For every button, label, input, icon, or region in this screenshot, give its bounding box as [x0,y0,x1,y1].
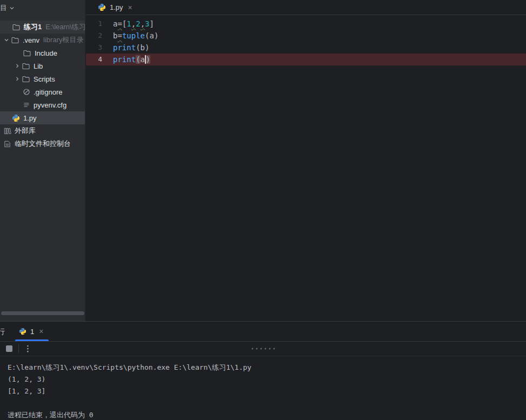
chevron-down-icon[interactable] [9,5,15,11]
run-panel-header: 运行 1 × [0,322,526,341]
tree-item-lib[interactable]: Lib [0,59,85,72]
code-line[interactable]: 3print(b) [86,42,526,54]
tree-item-include[interactable]: Include [0,46,85,59]
run-tab-1[interactable]: 1 × [15,322,49,341]
console-line: E:\learn\练习1\.venv\Scripts\python.exe E:… [8,362,526,374]
console-line: 进程已结束，退出代码为 0 [8,409,526,420]
run-tab-title: 1 [30,328,34,336]
line-number: 1 [86,18,111,30]
code-line[interactable]: 4print(a) [86,54,526,65]
panel-drag-handle-icon[interactable] [251,348,275,350]
tree-item-1py[interactable]: 1.py [0,111,85,124]
tree-item-scripts[interactable]: Scripts [0,72,85,85]
tree-item-path: E:\learn\练习1 [45,22,90,32]
code-text: print(b) [111,42,149,54]
folder-icon [12,23,21,31]
python-file-icon [19,328,26,335]
tree-item-gitignore[interactable]: .gitignore [0,85,85,98]
scratch-console-icon [3,140,11,148]
tree-item-project-root[interactable]: 练习1 E:\learn\练习1 [0,21,85,34]
code-line[interactable]: 1a=[1,2,3] [86,18,526,30]
folder-icon [11,36,19,44]
tree-item-label: 练习1 [24,22,42,32]
project-panel-title: 项目 [0,3,7,13]
more-options-icon[interactable]: ⋮ [24,344,32,354]
folder-icon [22,62,30,70]
line-number: 2 [86,30,111,42]
console-line: (1, 2, 3) [8,374,526,385]
python-file-icon [12,114,20,122]
close-icon[interactable]: × [127,4,134,11]
close-icon[interactable]: × [38,328,44,335]
tree-item-label: 1.py [23,114,37,122]
chevron-down-icon[interactable] [2,37,11,43]
console-line: [1, 2, 3] [8,385,526,397]
gitignore-icon [23,88,30,96]
chevron-right-icon[interactable] [13,76,22,82]
tree-item-label: .gitignore [34,88,62,96]
ide-window: 项目 练习1 E:\learn\练习1 .venv [0,0,526,420]
chevron-right-icon[interactable] [13,63,22,69]
editor-tab-1py[interactable]: 1.py × [91,0,140,15]
tree-item-pyvenv-cfg[interactable]: pyvenv.cfg [0,98,85,111]
run-toolbar: ⋮ [0,341,526,356]
run-panel-title: 运行 [0,327,5,337]
console-output[interactable]: E:\learn\练习1\.venv\Scripts\python.exe E:… [0,356,526,420]
tree-item-hint: library根目录 [43,35,83,45]
editor-tab-bar: 1.py × [86,0,526,15]
code-lines: 1a=[1,2,3]2b=tuple(a)3print(b)4print(a) [86,18,526,65]
project-panel: 项目 练习1 E:\learn\练习1 .venv [0,0,85,321]
code-line[interactable]: 2b=tuple(a) [86,30,526,42]
stop-icon[interactable] [6,345,12,352]
line-number: 3 [86,42,111,54]
toolbar-separator [18,344,19,353]
python-file-icon [98,3,106,11]
tree-item-label: pyvenv.cfg [34,101,66,109]
tree-item-scratches[interactable]: 临时文件和控制台 [0,137,85,150]
library-icon [3,127,11,135]
line-number: 4 [86,54,111,65]
horizontal-scrollbar[interactable] [1,311,84,315]
tree-item-label: 临时文件和控制台 [15,139,71,149]
tree-item-external-libraries[interactable]: 外部库 [0,124,85,137]
config-file-icon [23,101,30,109]
project-panel-header[interactable]: 项目 [0,0,85,16]
tree-item-label: Include [35,49,57,57]
code-text: b=tuple(a) [111,30,158,42]
folder-icon [23,49,31,57]
folder-icon [22,75,30,83]
editor-tab-title: 1.py [110,3,123,11]
code-text: a=[1,2,3] [111,18,154,30]
tree-item-label: 外部库 [15,126,36,136]
tree-item-venv[interactable]: .venv library根目录 [0,34,85,46]
run-panel: 运行 1 × ⋮ E:\learn\练习1\.venv\Scripts\pyth… [0,321,526,420]
project-tree: 练习1 E:\learn\练习1 .venv library根目录 Includ… [0,21,85,150]
tree-item-label: .venv [23,36,39,44]
console-line [8,397,526,409]
tree-item-label: Lib [34,62,43,70]
code-text: print(a) [111,54,150,65]
code-editor[interactable]: 1a=[1,2,3]2b=tuple(a)3print(b)4print(a) [86,15,526,321]
tree-item-label: Scripts [34,75,55,83]
